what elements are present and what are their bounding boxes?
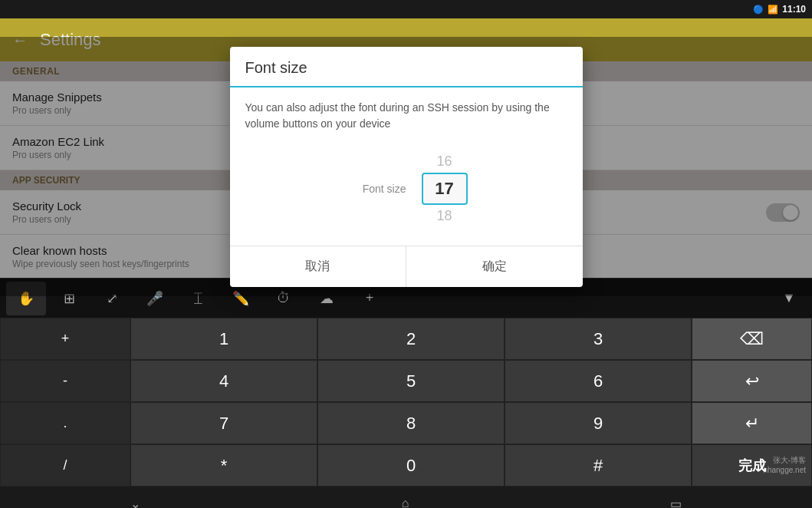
modal-header: Font size: [230, 47, 583, 87]
key-hash[interactable]: #: [505, 444, 692, 487]
font-size-spinner[interactable]: 16 17 18: [422, 150, 468, 227]
modal-buttons: 取消 确定: [230, 246, 583, 287]
key-9[interactable]: 9: [505, 402, 692, 444]
key-dot[interactable]: .: [0, 402, 130, 444]
font-size-label: Font size: [345, 183, 406, 195]
key-7[interactable]: 7: [130, 402, 317, 444]
bottom-nav: ⌄ ⌂ ▭: [0, 487, 812, 508]
watermark-line2: nhangge.net: [763, 466, 806, 474]
key-plus[interactable]: +: [0, 318, 130, 360]
key-4[interactable]: 4: [130, 360, 317, 402]
clock-display: 11:10: [782, 4, 806, 15]
key-minus[interactable]: -: [0, 360, 130, 402]
modal-description: You can also adjust the font during an S…: [245, 100, 567, 132]
spinner-prev-value: 16: [422, 150, 468, 173]
keyboard: + 1 2 3 ⌫ - 4 5 6 ↩ . 7 8 9 ↵ / * 0 # 完成: [0, 318, 812, 487]
status-icons: 🔵 📶 11:10: [753, 4, 806, 15]
key-0[interactable]: 0: [317, 444, 505, 487]
key-asterisk[interactable]: *: [130, 444, 317, 487]
spinner-next-value: 18: [422, 205, 468, 227]
settings-area: ← Settings GENERAL Manage Snippets Pro u…: [0, 18, 812, 278]
nav-home[interactable]: ⌂: [386, 490, 425, 508]
nav-back[interactable]: ▭: [655, 490, 697, 509]
key-8[interactable]: 8: [317, 402, 505, 444]
modal-overlay: Font size You can also adjust the font d…: [0, 37, 812, 296]
wifi-icon: 📶: [768, 5, 778, 15]
cancel-button[interactable]: 取消: [230, 246, 407, 287]
spinner-current-value[interactable]: 17: [422, 173, 468, 205]
bluetooth-icon: 🔵: [753, 5, 764, 15]
key-1[interactable]: 1: [130, 318, 317, 360]
key-6[interactable]: 6: [505, 360, 692, 402]
key-return[interactable]: ↩: [692, 360, 812, 402]
font-size-picker: Font size 16 17 18: [245, 144, 567, 233]
key-backspace[interactable]: ⌫: [692, 318, 812, 360]
confirm-button[interactable]: 确定: [406, 246, 583, 287]
status-bar: 🔵 📶 11:10: [0, 0, 812, 18]
key-2[interactable]: 2: [317, 318, 505, 360]
font-size-dialog: Font size You can also adjust the font d…: [230, 47, 583, 287]
nav-down[interactable]: ⌄: [115, 490, 156, 509]
watermark-line1: 张大-博客: [763, 455, 806, 466]
watermark: 张大-博客 nhangge.net: [763, 455, 806, 474]
key-slash[interactable]: /: [0, 444, 130, 487]
key-5[interactable]: 5: [317, 360, 505, 402]
key-enter[interactable]: ↵: [692, 402, 812, 444]
modal-body: You can also adjust the font during an S…: [230, 87, 583, 246]
modal-title: Font size: [245, 59, 307, 76]
key-3[interactable]: 3: [505, 318, 692, 360]
